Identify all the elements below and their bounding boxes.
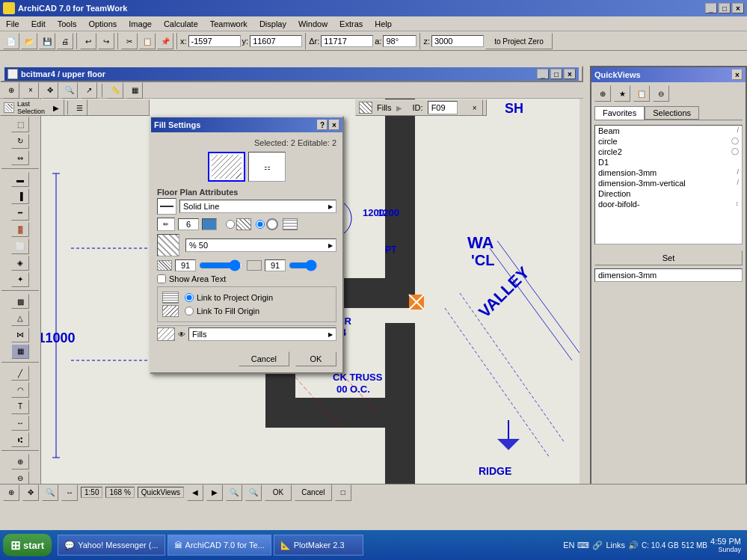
qv-item-dim3mm[interactable]: dimension-3mm /	[595, 167, 742, 178]
label-tool[interactable]: ⑆	[11, 432, 29, 447]
pen-color[interactable]	[202, 218, 217, 230]
menu-tools[interactable]: Tools	[52, 18, 83, 30]
qv-tool4[interactable]: ⊖	[653, 85, 669, 102]
sub-maximize-btn[interactable]: □	[550, 69, 562, 79]
preview-solid[interactable]: ⚏	[248, 152, 286, 182]
radio-hatch-input[interactable]	[226, 220, 235, 229]
menu-options[interactable]: Options	[82, 18, 123, 30]
status-nav3[interactable]: 🔍	[226, 484, 242, 501]
quickviews-status[interactable]: QuickViews	[138, 487, 184, 498]
toolbar-cut-btn[interactable]: ✂	[121, 33, 138, 49]
pan-btn[interactable]: ✥	[42, 82, 58, 99]
coord-y-input[interactable]	[250, 35, 302, 47]
sel-mode-btn[interactable]: ☰	[71, 99, 87, 116]
qv-item-dim3mmv[interactable]: dimension-3mm-vertical /	[595, 178, 742, 188]
qv-item-direction[interactable]: Direction	[595, 188, 742, 199]
toolbar-open-btn[interactable]: 📂	[21, 33, 37, 49]
menu-edit[interactable]: Edit	[25, 18, 52, 30]
status-btn-ok[interactable]: OK	[265, 484, 292, 501]
window-tool[interactable]: ⬜	[11, 239, 29, 253]
radio-hatch[interactable]	[226, 218, 251, 230]
mirror-tool[interactable]: ⇔	[11, 150, 29, 165]
toolbar-redo-btn[interactable]: ↪	[98, 33, 114, 49]
show-area-checkbox[interactable]	[157, 274, 166, 283]
status-nav2[interactable]: ▶	[206, 484, 223, 501]
dimension-tool[interactable]: ↔	[11, 416, 29, 431]
zoom-btn[interactable]: 🔍	[61, 82, 78, 99]
preview-hatch[interactable]	[208, 152, 245, 182]
taskbar-messenger[interactable]: 💬 Yahoo! Messenger (...	[58, 535, 165, 556]
wall-tool[interactable]: ▬	[11, 172, 29, 187]
sub-minimize-btn[interactable]: _	[537, 69, 549, 79]
pen-value-input[interactable]	[178, 218, 199, 230]
roof-tool[interactable]: △	[11, 310, 29, 325]
object-tool[interactable]: ◈	[11, 256, 29, 271]
radio-solid-input[interactable]	[256, 220, 265, 229]
set-button[interactable]: Set	[594, 250, 743, 265]
sub-close-btn[interactable]: ×	[564, 69, 576, 79]
lamp-tool[interactable]: ✦	[11, 272, 29, 287]
menu-display[interactable]: Display	[253, 18, 292, 30]
qv-tool3[interactable]: 📋	[633, 85, 650, 102]
toolbar-print-btn[interactable]: 🖨	[57, 33, 73, 49]
beam-tool[interactable]: ━	[11, 206, 29, 221]
slider1-input[interactable]	[175, 259, 196, 271]
menu-window[interactable]: Window	[292, 18, 333, 30]
menu-teamwork[interactable]: Teamwork	[204, 18, 253, 30]
qv-item-doorbifold[interactable]: door-bifold- ↕	[595, 199, 742, 209]
radio-fill-origin[interactable]	[185, 307, 194, 316]
ok-button[interactable]: OK	[295, 351, 336, 366]
grid-btn[interactable]: ▦	[126, 82, 143, 99]
qv-tool2[interactable]: ★	[614, 85, 630, 102]
minimize-button[interactable]: _	[705, 3, 717, 13]
qv-item-circle2[interactable]: circle2 ◯	[595, 147, 742, 157]
radio-fg[interactable]	[283, 218, 298, 230]
slab-tool[interactable]: ▩	[11, 294, 29, 309]
menu-extras[interactable]: Extras	[333, 18, 369, 30]
status-nav1[interactable]: ◀	[187, 484, 203, 501]
status-tool1[interactable]: ⊕	[3, 484, 19, 501]
ruler-btn[interactable]: 📏	[107, 82, 123, 99]
toolbar-undo-btn[interactable]: ↩	[80, 33, 96, 49]
project-zero-btn[interactable]: to Project Zero	[485, 33, 553, 49]
delta-input[interactable]	[321, 35, 373, 47]
toolbar-copy-btn[interactable]: 📋	[139, 33, 156, 49]
mesh-tool[interactable]: ⋈	[11, 327, 29, 342]
column-tool[interactable]: ▐	[11, 188, 29, 203]
tab-favorites[interactable]: Favorites	[594, 106, 645, 120]
menu-calculate[interactable]: Calculate	[158, 18, 204, 30]
fills-selector[interactable]: Fills ▶	[188, 327, 336, 341]
zoom-in-tool[interactable]: ⊕	[11, 454, 29, 469]
line-type-dropdown[interactable]: Solid Line ▶	[179, 200, 336, 213]
dialog-help-btn[interactable]: ?	[317, 120, 328, 130]
fill-percent-dropdown[interactable]: % 50 ▶	[185, 239, 336, 252]
qv-item-d1[interactable]: D1	[595, 157, 742, 167]
menu-file[interactable]: File	[0, 18, 25, 30]
tab-selections[interactable]: Selections	[645, 106, 699, 120]
slider1b-control[interactable]	[289, 259, 319, 271]
text-tool[interactable]: T	[11, 399, 29, 414]
marquee-tool[interactable]: ⬚	[11, 117, 29, 132]
arc-tool[interactable]: ◠	[11, 382, 29, 397]
fills-close-btn[interactable]: ×	[467, 99, 483, 116]
menu-help[interactable]: Help	[369, 18, 398, 30]
menu-image[interactable]: Image	[123, 18, 158, 30]
status-btn-extra[interactable]: □	[335, 484, 351, 501]
dialog-close-btn[interactable]: ×	[329, 120, 339, 130]
maximize-button[interactable]: □	[719, 3, 731, 13]
door-tool[interactable]: 🚪	[11, 222, 29, 237]
radio-project-origin[interactable]	[185, 293, 194, 302]
toolbar-save-btn[interactable]: 💾	[39, 33, 55, 49]
fill-tool[interactable]: ▦	[11, 344, 29, 359]
line-tool[interactable]: ╱	[11, 366, 29, 381]
snap-btn[interactable]: ⊕	[3, 82, 19, 99]
sel-options-btn[interactable]: ▶	[48, 99, 64, 116]
close-coord-btn[interactable]: ×	[22, 82, 39, 99]
taskbar-archicad[interactable]: 🏛 ArchiCAD 7.0 for Te...	[167, 535, 271, 556]
status-tool2[interactable]: ✥	[22, 484, 39, 501]
start-button[interactable]: ⊞ start	[3, 534, 52, 556]
cancel-button[interactable]: Cancel	[239, 351, 289, 366]
status-nav4[interactable]: 🔍	[245, 484, 262, 501]
slider1-control[interactable]	[199, 259, 244, 271]
taskbar-plotmaker[interactable]: 📐 PlotMaker 2.3	[274, 535, 363, 556]
